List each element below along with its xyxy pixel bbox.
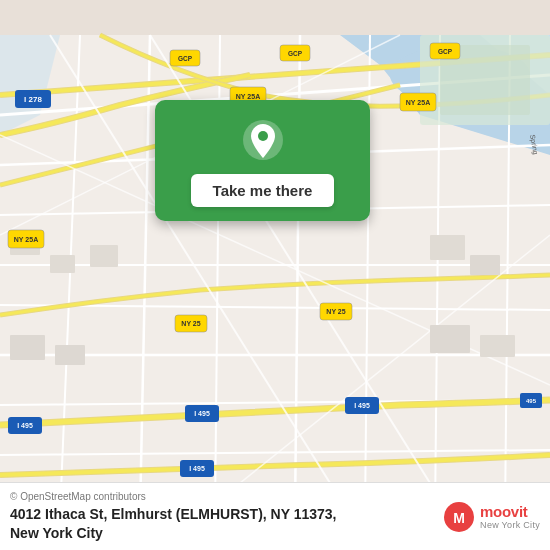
svg-text:GCP: GCP xyxy=(178,55,193,62)
svg-rect-35 xyxy=(470,255,500,275)
svg-text:I 495: I 495 xyxy=(194,410,210,417)
svg-rect-37 xyxy=(480,335,515,357)
svg-text:GCP: GCP xyxy=(438,48,453,55)
svg-text:NY 25: NY 25 xyxy=(326,308,345,315)
copyright-text: © OpenStreetMap contributors xyxy=(10,491,433,502)
svg-text:NY 25A: NY 25A xyxy=(14,236,38,243)
svg-rect-32 xyxy=(10,335,45,360)
svg-rect-34 xyxy=(430,235,465,260)
take-me-there-button[interactable]: Take me there xyxy=(191,174,335,207)
svg-text:I 278: I 278 xyxy=(24,95,42,104)
moovit-brand-name: moovit xyxy=(480,503,527,520)
svg-text:NY 25A: NY 25A xyxy=(236,93,260,100)
svg-text:GCP: GCP xyxy=(288,50,303,57)
svg-text:NY 25: NY 25 xyxy=(181,320,200,327)
moovit-icon: M xyxy=(443,501,475,533)
svg-rect-30 xyxy=(50,255,75,273)
svg-text:NY 25A: NY 25A xyxy=(406,99,430,106)
svg-text:M: M xyxy=(453,510,465,526)
moovit-text-block: moovit New York City xyxy=(480,503,540,530)
svg-rect-33 xyxy=(55,345,85,365)
map-container: I 278 NY 25A NY 25A NY 25A GCP GCP GCP N… xyxy=(0,0,550,550)
location-pin-icon xyxy=(241,118,285,162)
svg-text:I 495: I 495 xyxy=(17,422,33,429)
address-street: 4012 Ithaca St, Elmhurst (ELMHURST), NY … xyxy=(10,506,337,522)
svg-text:I 495: I 495 xyxy=(354,402,370,409)
location-card: Take me there xyxy=(155,100,370,221)
svg-rect-31 xyxy=(90,245,118,267)
moovit-logo: M moovit New York City xyxy=(443,501,540,533)
address-city: New York City xyxy=(10,525,103,541)
map-background: I 278 NY 25A NY 25A NY 25A GCP GCP GCP N… xyxy=(0,0,550,550)
bottom-bar: © OpenStreetMap contributors 4012 Ithaca… xyxy=(0,482,550,550)
moovit-subtitle: New York City xyxy=(480,520,540,530)
svg-point-70 xyxy=(258,131,268,141)
address-text: 4012 Ithaca St, Elmhurst (ELMHURST), NY … xyxy=(10,505,433,541)
svg-text:I 495: I 495 xyxy=(189,465,205,472)
svg-rect-36 xyxy=(430,325,470,353)
svg-text:495: 495 xyxy=(526,398,537,404)
address-block: © OpenStreetMap contributors 4012 Ithaca… xyxy=(10,491,433,541)
